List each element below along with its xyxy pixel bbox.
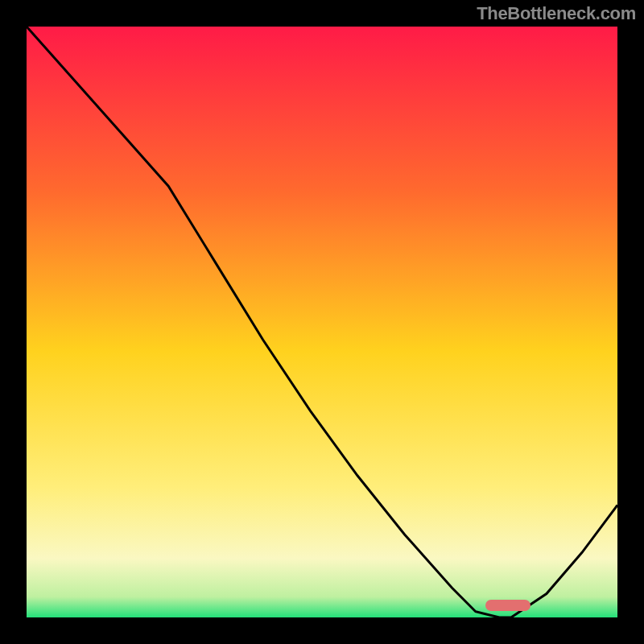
bottleneck-marker bbox=[485, 600, 530, 611]
watermark-text: TheBottleneck.com bbox=[477, 3, 636, 24]
chart-svg bbox=[27, 27, 617, 617]
chart-container: TheBottleneck.com bbox=[0, 0, 644, 644]
plot-area bbox=[27, 27, 617, 617]
gradient-background bbox=[27, 27, 617, 617]
